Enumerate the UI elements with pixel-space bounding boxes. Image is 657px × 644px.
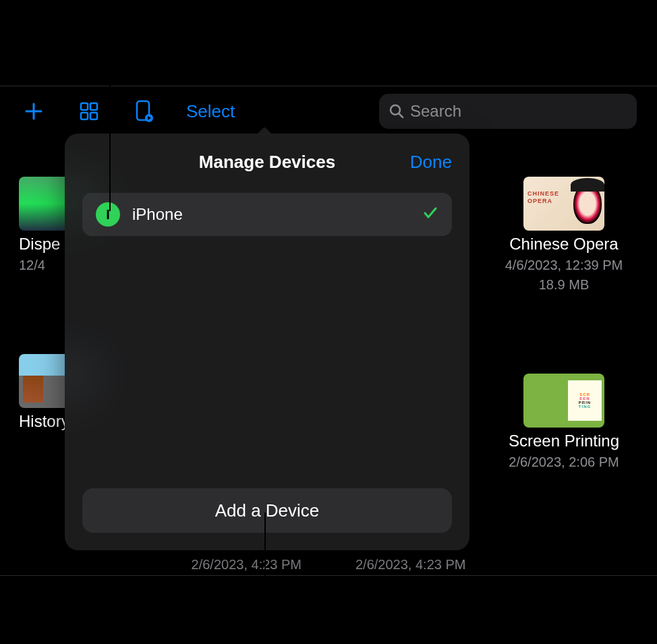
grid-right-column: CHINESEOPERA Chinese Opera 4/6/2023, 12:… [490, 177, 638, 568]
mid-row-dates: 2/6/2023, 4:23 PM 2/6/2023, 4:23 PM [0, 557, 657, 575]
svg-rect-3 [90, 113, 97, 119]
popover-arrow [255, 125, 274, 135]
presentation-item[interactable]: CHINESEOPERA Chinese Opera 4/6/2023, 12:… [490, 177, 638, 293]
callout-line [264, 513, 266, 644]
toolbar: Select [0, 86, 657, 136]
done-button[interactable]: Done [410, 152, 452, 173]
thumbnail-figure [573, 183, 602, 224]
popover-spacer [82, 236, 452, 488]
device-row[interactable]: I iPhone [82, 193, 452, 236]
add-button[interactable] [20, 98, 47, 125]
manage-devices-popover: Manage Devices Done I iPhone Add a Devic… [65, 134, 469, 550]
presentation-size: 18.9 MB [490, 277, 638, 293]
device-name: iPhone [132, 205, 410, 224]
search-field[interactable] [379, 94, 637, 129]
thumbnail-text: CHINESEOPERA [527, 190, 559, 205]
svg-rect-0 [81, 103, 88, 110]
grid-icon [79, 101, 99, 121]
presentation-title: Chinese Opera [490, 235, 638, 254]
devices-button[interactable] [131, 98, 158, 125]
app-window: Select Dispe 12/4 History CHINESEOPERA [0, 86, 657, 575]
letterbox-top [0, 0, 657, 86]
device-badge: I [96, 202, 120, 227]
presentation-date: 4/6/2023, 12:39 PM [490, 258, 638, 273]
presentation-date: 2/6/2023, 2:06 PM [490, 455, 638, 470]
presentation-thumbnail: CHINESEOPERA [523, 177, 604, 231]
search-input[interactable] [410, 102, 627, 121]
add-device-button[interactable]: Add a Device [82, 488, 452, 533]
popover-title: Manage Devices [199, 152, 335, 173]
thumbnail-text: SCREENPRINTING [568, 380, 602, 421]
select-button[interactable]: Select [186, 101, 235, 122]
grid-view-button[interactable] [76, 98, 103, 125]
presentation-title: Screen Printing [490, 432, 638, 450]
device-play-icon [136, 100, 153, 123]
callout-line [109, 0, 111, 211]
svg-rect-1 [90, 103, 97, 110]
search-icon [389, 103, 405, 119]
checkmark-icon [422, 205, 438, 224]
presentation-date: 2/6/2023, 4:23 PM [355, 557, 465, 573]
letterbox-bottom [0, 575, 657, 644]
presentation-date: 2/6/2023, 4:23 PM [192, 557, 302, 573]
svg-rect-2 [81, 113, 88, 119]
plus-icon [24, 101, 44, 121]
presentation-thumbnail: SCREENPRINTING [523, 374, 604, 428]
presentation-item[interactable]: SCREENPRINTING Screen Printing 2/6/2023,… [490, 374, 638, 470]
popover-header: Manage Devices Done [82, 147, 452, 177]
